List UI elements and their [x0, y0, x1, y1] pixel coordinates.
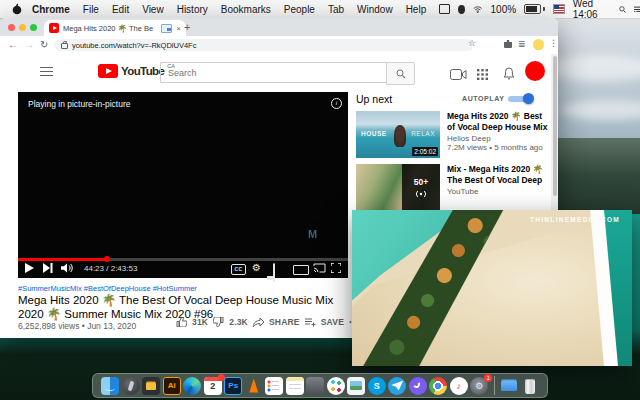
volume-icon[interactable] [61, 263, 74, 273]
menu-history[interactable]: History [177, 4, 208, 15]
sidebar-extension-icon[interactable]: ≣ [518, 39, 526, 49]
close-tab-button[interactable]: × [176, 24, 181, 33]
menu-clock[interactable]: Wed 14:06 [573, 0, 611, 20]
chrome-profile-avatar[interactable] [533, 39, 544, 50]
theater-mode-button[interactable] [293, 265, 309, 275]
time-display: 44:23 / 2:43:53 [84, 264, 137, 273]
suggested-thumbnail-1[interactable]: HOUSE RELAX 2:05:02 [356, 111, 440, 158]
padlock-icon[interactable] [61, 43, 68, 49]
create-video-icon[interactable] [450, 66, 467, 84]
dock-skype-icon[interactable]: S [368, 377, 386, 395]
dock-calendar-icon[interactable]: 2 [204, 377, 222, 395]
suggested-title-1[interactable]: Mega Hits 2020 🌴 Best of Vocal Deep Hous… [447, 111, 552, 132]
suggested-title-2[interactable]: Mix - Mega Hits 2020 🌴 The Best Of Vocal… [447, 164, 552, 185]
share-label[interactable]: SHARE [269, 317, 300, 327]
menu-edit[interactable]: Edit [112, 4, 129, 15]
bookmark-star-icon[interactable]: ☆ [468, 38, 476, 48]
dock-trash-icon[interactable] [521, 377, 539, 395]
autoplay-toggle[interactable] [508, 94, 534, 103]
dock-preview-icon[interactable] [347, 377, 365, 395]
suggested-thumbnail-2[interactable]: 50+ [356, 164, 440, 211]
player-info-icon[interactable]: i [331, 98, 342, 109]
dock-music-icon[interactable]: ♪ [450, 377, 468, 395]
dock-settings-icon[interactable]: ⚙1 [470, 377, 488, 395]
dislike-count[interactable]: 2.3K [229, 317, 248, 327]
dock-files-icon[interactable] [142, 377, 160, 395]
pip-window[interactable]: THINLINEMEDIA.COM [352, 210, 632, 366]
video-player[interactable] [18, 92, 348, 278]
forward-button[interactable]: → [24, 39, 34, 50]
guide-menu-icon[interactable] [40, 67, 53, 76]
menu-people[interactable]: People [284, 4, 315, 15]
progress-scrubber[interactable] [104, 256, 110, 262]
play-button[interactable] [25, 263, 34, 273]
close-window-button[interactable] [8, 24, 15, 31]
save-label[interactable]: SAVE [321, 317, 344, 327]
mix-radio-icon [414, 190, 428, 198]
apple-menu-icon[interactable] [12, 3, 22, 15]
suggested-video-1[interactable]: HOUSE RELAX 2:05:02 Mega Hits 2020 🌴 Bes… [356, 111, 552, 158]
search-button[interactable] [386, 62, 415, 85]
zoom-window-button[interactable] [30, 24, 37, 31]
account-avatar[interactable] [525, 61, 545, 81]
like-icon[interactable] [176, 317, 187, 327]
menu-file[interactable]: File [83, 4, 99, 15]
dock-launchpad-icon[interactable] [122, 377, 140, 395]
menu-chrome[interactable]: Chrome [32, 4, 70, 15]
dock-finder-icon[interactable] [101, 377, 119, 395]
browser-tab[interactable]: Mega Hits 2020 🌴 The Be × [44, 20, 186, 36]
channel-watermark[interactable]: M [308, 228, 315, 240]
minimize-window-button[interactable] [19, 24, 26, 31]
menu-extra-icon[interactable] [458, 5, 465, 14]
battery-percent: 100% [491, 4, 517, 15]
keyboard-flag-icon[interactable] [553, 4, 565, 14]
dock-edge-icon[interactable] [183, 377, 201, 395]
save-icon[interactable] [305, 318, 316, 327]
dock-vlc-icon[interactable] [245, 377, 263, 395]
address-bar[interactable]: youtube.com/watch?v=-RkQDlUV4Fc [54, 39, 474, 51]
spotlight-icon[interactable] [619, 5, 626, 14]
next-button[interactable] [43, 263, 53, 273]
notification-center-icon[interactable] [634, 5, 640, 13]
like-count[interactable]: 31K [192, 317, 208, 327]
search-input[interactable] [161, 68, 387, 78]
dock-app-icon[interactable] [306, 377, 324, 395]
dock-illustrator-icon[interactable]: Ai [163, 377, 181, 395]
menu-view[interactable]: View [142, 4, 164, 15]
notifications-bell-icon[interactable] [503, 66, 515, 84]
scrollbar-thumb[interactable] [553, 56, 557, 196]
chrome-menu-icon[interactable]: ⋮ [549, 38, 558, 48]
dock-notes-icon[interactable] [286, 377, 304, 395]
share-icon[interactable] [253, 318, 264, 327]
progress-bar[interactable] [18, 258, 348, 261]
reload-button[interactable]: ↻ [40, 39, 48, 50]
back-button[interactable]: ← [8, 39, 18, 50]
wifi-icon[interactable] [473, 5, 483, 14]
dock-downloads-icon[interactable] [500, 377, 518, 395]
screen-mirroring-icon[interactable] [439, 4, 450, 14]
video-actions: 31K 2.3K SHARE SAVE ⋯ [176, 317, 352, 327]
suggested-channel-2[interactable]: YouTube [447, 187, 552, 196]
menu-help[interactable]: Help [406, 4, 427, 15]
dislike-icon[interactable] [213, 317, 224, 327]
captions-button[interactable]: CC [231, 264, 246, 275]
fullscreen-button[interactable] [331, 263, 341, 273]
miniplayer-button[interactable] [273, 263, 275, 282]
suggested-channel-1[interactable]: Helios Deep [447, 134, 552, 143]
settings-gear-icon[interactable]: ⚙ [252, 262, 261, 273]
new-tab-button[interactable]: + [184, 21, 190, 33]
menu-tab[interactable]: Tab [328, 4, 344, 15]
dock-viber-icon[interactable] [409, 377, 427, 395]
dock-telegram-icon[interactable] [388, 377, 406, 395]
cast-icon[interactable] [313, 263, 326, 273]
video-hashtags[interactable]: #SummerMusicMix #BestOfDeepHouse #HotSum… [18, 284, 197, 293]
dock-reminders-icon[interactable] [265, 377, 283, 395]
dock-slack-icon[interactable] [327, 377, 345, 395]
dock-photoshop-icon[interactable]: Ps [224, 377, 242, 395]
suggested-video-2[interactable]: 50+ Mix - Mega Hits 2020 🌴 The Best Of V… [356, 164, 552, 211]
menu-bookmarks[interactable]: Bookmarks [221, 4, 271, 15]
apps-grid-icon[interactable] [477, 66, 488, 84]
desktop: Chrome File Edit View History Bookmarks … [0, 0, 640, 400]
menu-window[interactable]: Window [357, 4, 393, 15]
dock-chrome-icon[interactable] [429, 377, 447, 395]
